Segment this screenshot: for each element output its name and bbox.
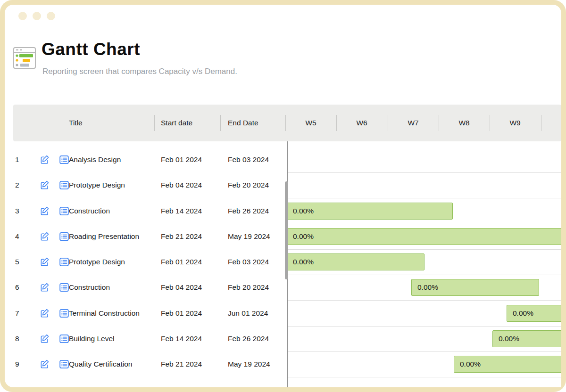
table-row: 7 Terminal Construction Feb 01 2024 Jun … <box>13 301 287 326</box>
details-button[interactable] <box>59 180 69 190</box>
list-icon <box>59 334 69 344</box>
task-title: Analysis Design <box>69 147 121 172</box>
gantt-bar[interactable]: 0.00% <box>287 203 453 220</box>
task-end-date: Feb 03 2024 <box>228 249 269 275</box>
task-start-date: Feb 21 2024 <box>161 224 202 249</box>
edit-button[interactable] <box>40 206 50 216</box>
row-number: 2 <box>15 172 25 198</box>
column-header-w5: W5 <box>305 105 316 141</box>
row-gridline <box>287 198 561 198</box>
task-start-date: Feb 14 2024 <box>161 198 202 224</box>
edit-button[interactable] <box>40 282 50 293</box>
gantt-bar-progress-label: 0.00% <box>293 207 314 215</box>
edit-button[interactable] <box>40 308 50 318</box>
row-gridline <box>287 377 561 377</box>
table-row: 5 Prototype Design Feb 01 2024 Feb 03 20… <box>13 249 287 275</box>
row-gridline <box>287 351 561 352</box>
column-separator <box>439 115 439 131</box>
gantt-bar-progress-label: 0.00% <box>513 309 533 318</box>
gantt-bar[interactable]: 0.00% <box>411 279 539 296</box>
task-end-date: Feb 20 2024 <box>228 275 269 300</box>
edit-button[interactable] <box>40 257 50 267</box>
edit-pencil-icon <box>40 231 50 242</box>
gantt-bar-progress-label: 0.00% <box>460 360 481 368</box>
task-end-date: May 19 2024 <box>228 351 270 377</box>
list-icon <box>59 231 69 242</box>
task-title: Construction <box>69 198 110 224</box>
column-header-start-date: Start date <box>161 105 192 141</box>
row-number: 1 <box>15 147 25 172</box>
column-header-end-date: End Date <box>228 105 258 141</box>
task-start-date: Feb 01 2024 <box>161 301 202 326</box>
list-icon <box>59 308 69 318</box>
gantt-bar-progress-label: 0.00% <box>293 232 314 241</box>
edit-pencil-icon <box>40 180 50 190</box>
gantt-bar[interactable]: 0.00% <box>287 253 424 270</box>
task-end-date: Feb 03 2024 <box>228 147 269 172</box>
task-list: 1 Analysis Design Feb 01 2024 Feb 03 202… <box>13 141 287 387</box>
task-start-date: Feb 01 2024 <box>161 249 202 275</box>
column-separator <box>541 115 541 131</box>
column-header-w8: W8 <box>458 105 469 141</box>
task-start-date: Feb 04 2024 <box>161 172 202 198</box>
gantt-bar-progress-label: 0.00% <box>499 335 519 343</box>
row-number: 6 <box>15 275 25 300</box>
row-number: 4 <box>15 224 25 249</box>
task-title: Roading Presentation <box>69 224 139 249</box>
task-start-date: Feb 04 2024 <box>161 275 202 300</box>
table-row: 9 Quality Certification Feb 21 2024 May … <box>13 351 287 377</box>
edit-button[interactable] <box>40 359 50 369</box>
row-gridline <box>287 249 561 250</box>
column-separator <box>220 115 221 131</box>
details-button[interactable] <box>59 334 69 344</box>
edit-button[interactable] <box>40 334 50 344</box>
row-number: 5 <box>15 249 25 275</box>
row-number: 8 <box>15 326 25 351</box>
row-gridline <box>287 172 561 173</box>
task-title: Quality Certification <box>69 351 132 377</box>
gantt-chart-area: 0.00%0.00%0.00%0.00%0.00%0.00%0.00% <box>287 141 561 387</box>
gantt-bar[interactable]: 0.00% <box>287 228 561 245</box>
details-button[interactable] <box>59 231 69 242</box>
task-start-date: Feb 14 2024 <box>161 326 202 351</box>
task-end-date: Feb 26 2024 <box>228 198 269 224</box>
edit-button[interactable] <box>40 180 50 190</box>
row-gridline <box>287 326 561 327</box>
task-end-date: Jun 01 2024 <box>228 301 268 326</box>
details-button[interactable] <box>59 206 69 216</box>
column-separator <box>336 115 337 131</box>
task-title: Terminal Construction <box>69 301 140 326</box>
column-header-w6: W6 <box>356 105 367 141</box>
column-header-w9: W9 <box>509 105 520 141</box>
details-button[interactable] <box>59 155 69 165</box>
details-button[interactable] <box>59 257 69 267</box>
list-icon <box>59 257 69 267</box>
gantt-bar-progress-label: 0.00% <box>417 283 438 292</box>
window-control-dot-1[interactable] <box>18 12 27 20</box>
edit-pencil-icon <box>40 282 50 293</box>
table-row: 4 Roading Presentation Feb 21 2024 May 1… <box>13 224 287 249</box>
edit-pencil-icon <box>40 359 50 369</box>
details-button[interactable] <box>59 282 69 293</box>
details-button[interactable] <box>59 308 69 318</box>
task-start-date: Feb 01 2024 <box>161 147 202 172</box>
gantt-report-icon <box>13 47 36 69</box>
details-button[interactable] <box>59 359 69 369</box>
window-control-dot-3[interactable] <box>47 12 55 20</box>
edit-button[interactable] <box>40 155 50 165</box>
edit-pencil-icon <box>40 257 50 267</box>
list-icon <box>59 180 69 190</box>
task-title: Building Level <box>69 326 115 351</box>
table-row: 6 Construction Feb 04 2024 Feb 20 2024 <box>13 275 287 300</box>
gantt-bar[interactable]: 0.00% <box>454 356 561 373</box>
gantt-bar[interactable]: 0.00% <box>492 330 561 347</box>
window-control-dot-2[interactable] <box>33 12 41 20</box>
vertical-scrollbar-thumb[interactable] <box>285 181 288 279</box>
row-gridline <box>287 224 561 224</box>
table-row: 2 Prototype Design Feb 04 2024 Feb 20 20… <box>13 172 287 198</box>
row-number: 9 <box>15 351 25 377</box>
column-separator <box>490 115 490 131</box>
gantt-bar[interactable]: 0.00% <box>507 305 561 322</box>
column-separator <box>388 115 388 131</box>
edit-button[interactable] <box>40 231 50 242</box>
